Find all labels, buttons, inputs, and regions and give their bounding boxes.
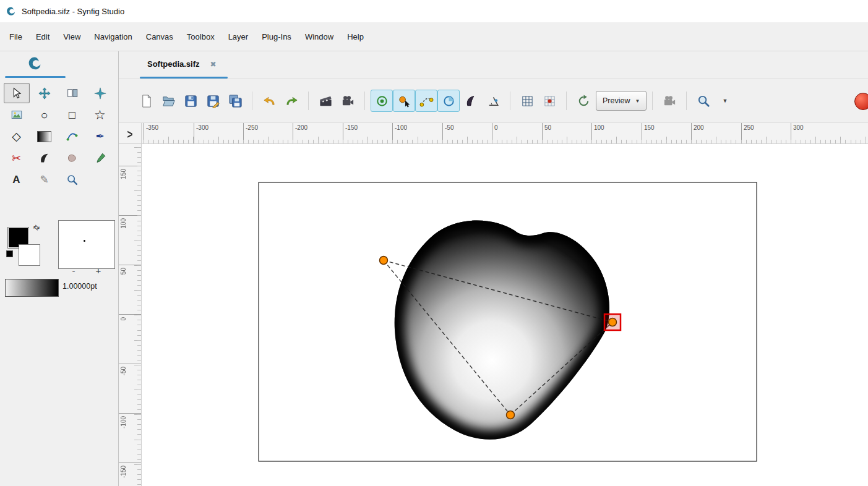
render-preview-button[interactable] bbox=[658, 90, 681, 112]
ruler-label: 0 bbox=[494, 124, 498, 131]
mirror-tool-button[interactable] bbox=[59, 83, 85, 103]
snap-to-grid-button[interactable] bbox=[538, 90, 561, 112]
ruler-label: 150 bbox=[644, 124, 655, 131]
preview-render-button[interactable] bbox=[337, 90, 359, 112]
menu-help[interactable]: Help bbox=[340, 28, 371, 45]
preview-quality-dropdown[interactable]: Preview ▼ bbox=[596, 91, 647, 111]
eyedropper-icon bbox=[93, 151, 107, 165]
brush-tool-button[interactable] bbox=[32, 148, 58, 168]
position-handle[interactable] bbox=[507, 411, 515, 419]
cutout-tool-button[interactable]: ✂ bbox=[4, 148, 30, 168]
selected-handle[interactable] bbox=[609, 318, 617, 326]
draw-tool-button[interactable]: ✒ bbox=[87, 126, 113, 147]
fill-tool-button[interactable] bbox=[59, 148, 85, 168]
sketch-tool-button[interactable] bbox=[4, 104, 30, 125]
record-button[interactable] bbox=[854, 93, 868, 110]
tab-close-icon[interactable]: ✖ bbox=[210, 60, 217, 69]
position-handle-icon bbox=[375, 94, 389, 108]
canvas-area[interactable] bbox=[142, 144, 868, 486]
menu-file[interactable]: File bbox=[2, 28, 29, 45]
transform-tool-button[interactable] bbox=[4, 83, 30, 103]
polygon-tool-button[interactable]: ◇ bbox=[4, 126, 30, 147]
spline-tool-button[interactable] bbox=[59, 126, 85, 147]
circle-tool-button[interactable]: ○ bbox=[32, 104, 58, 125]
zoom-tool-button[interactable] bbox=[59, 169, 85, 190]
save-as-button[interactable] bbox=[202, 90, 224, 112]
save-button[interactable] bbox=[179, 90, 202, 112]
ruler-label: 100 bbox=[120, 218, 127, 229]
ruler-label: -250 bbox=[246, 124, 258, 131]
toggle-radius-handles-button[interactable] bbox=[437, 90, 460, 112]
rectangle-tool-button[interactable]: □ bbox=[59, 104, 85, 125]
toolbar-separator bbox=[364, 92, 365, 110]
menu-canvas[interactable]: Canvas bbox=[139, 28, 180, 45]
open-file-button[interactable] bbox=[157, 90, 179, 112]
show-grid-button[interactable] bbox=[516, 90, 538, 112]
menu-layer[interactable]: Layer bbox=[221, 28, 256, 45]
ruler-label: 100 bbox=[594, 124, 604, 131]
color-selector: ⇄ bbox=[5, 222, 56, 271]
refresh-button[interactable] bbox=[572, 90, 595, 112]
increase-brush-size-button[interactable]: + bbox=[90, 265, 106, 276]
redo-icon bbox=[285, 94, 299, 108]
fill-color-swatch[interactable] bbox=[19, 244, 40, 266]
text-tool-button[interactable]: A bbox=[4, 169, 30, 190]
ruler-label: -300 bbox=[196, 124, 208, 131]
menu-plugins[interactable]: Plug-Ins bbox=[255, 28, 298, 45]
default-colors-icon[interactable] bbox=[6, 250, 13, 257]
text-icon: A bbox=[12, 174, 20, 185]
toolbox-tab[interactable] bbox=[0, 51, 118, 80]
save-all-button[interactable] bbox=[224, 90, 246, 112]
rectangle-icon: □ bbox=[69, 109, 75, 121]
preview-quality-label: Preview bbox=[603, 96, 630, 105]
clapperboard-icon bbox=[319, 94, 333, 108]
radius-handle-icon bbox=[442, 94, 456, 108]
gradient-swatch[interactable] bbox=[5, 279, 59, 297]
swap-colors-icon[interactable]: ⇄ bbox=[32, 222, 42, 232]
tab-label: Softpedia.sifz bbox=[147, 59, 200, 69]
menu-window[interactable]: Window bbox=[298, 28, 340, 45]
scale-tool-button[interactable] bbox=[87, 83, 113, 103]
active-tab-indicator bbox=[140, 77, 228, 79]
smooth-move-tool-button[interactable] bbox=[32, 83, 58, 103]
ruler-corner[interactable]: > bbox=[119, 123, 142, 144]
undo-button[interactable] bbox=[258, 90, 280, 112]
position-handle[interactable] bbox=[380, 257, 388, 265]
ruler-label: -100 bbox=[395, 124, 407, 131]
toggle-vertex-handles-button[interactable] bbox=[393, 90, 415, 112]
scissors-icon: ✂ bbox=[12, 153, 21, 164]
ruler-label: 50 bbox=[544, 124, 551, 131]
sparkle-icon bbox=[93, 87, 107, 100]
eyedrop-tool-button[interactable] bbox=[87, 148, 113, 168]
render-button[interactable] bbox=[314, 90, 337, 112]
toggle-angle-handles-button[interactable] bbox=[482, 90, 504, 112]
toggle-width-handles-button[interactable] bbox=[460, 90, 482, 112]
title-bar: Softpedia.sifz - Synfig Studio bbox=[0, 0, 868, 22]
line-width-value[interactable]: 1.00000pt bbox=[62, 282, 97, 291]
toggle-position-handles-button[interactable] bbox=[371, 90, 393, 112]
snap-grid-icon bbox=[543, 94, 557, 108]
new-file-icon bbox=[139, 94, 153, 108]
canvas-toolbar: Preview ▼ ▼ bbox=[119, 79, 868, 123]
zoom-dropdown-icon[interactable]: ▼ bbox=[722, 98, 728, 104]
menu-toolbox[interactable]: Toolbox bbox=[180, 28, 221, 45]
menu-navigation[interactable]: Navigation bbox=[87, 28, 139, 45]
document-tab[interactable]: Softpedia.sifz ✖ bbox=[147, 51, 217, 77]
menu-view[interactable]: View bbox=[56, 28, 87, 45]
gradient-tool-button[interactable] bbox=[32, 126, 58, 147]
canvas-drawing[interactable] bbox=[142, 144, 868, 486]
vertical-ruler[interactable]: 150 100 50 0 -50 -100 -150 bbox=[119, 144, 142, 486]
new-file-button[interactable] bbox=[135, 90, 157, 112]
toggle-tangent-handles-button[interactable] bbox=[415, 90, 437, 112]
redo-button[interactable] bbox=[280, 90, 303, 112]
ruler-label: -200 bbox=[295, 124, 307, 131]
horizontal-ruler[interactable]: -350 -300 -250 -200 -150 -100 -50 0 50 1… bbox=[142, 123, 868, 144]
decrease-brush-size-button[interactable]: - bbox=[66, 265, 82, 276]
star-tool-button[interactable]: ☆ bbox=[87, 104, 113, 125]
ruler-label: 250 bbox=[744, 124, 754, 131]
gradient-icon bbox=[37, 131, 51, 142]
menu-edit[interactable]: Edit bbox=[29, 28, 56, 45]
width-tool-button[interactable]: ✎ bbox=[32, 169, 58, 190]
ink-pen-icon: ✒ bbox=[95, 131, 104, 142]
zoom-button[interactable] bbox=[692, 90, 715, 112]
